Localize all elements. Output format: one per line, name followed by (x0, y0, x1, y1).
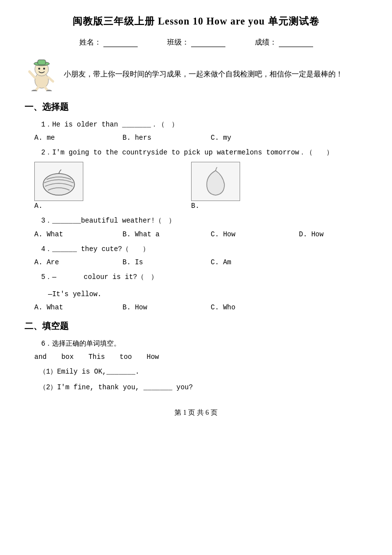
word-box: box (61, 353, 74, 361)
question-1: 1．He is older than _______．（ ） (34, 119, 368, 131)
question-2-images: A. B. (34, 162, 368, 210)
question-5-options: A. What B. How C. Who (34, 303, 368, 311)
intro-text: 小朋友，带上你一段时间的学习成果，一起来做个自我检测吧，相信你一定是最棒的！ (64, 68, 343, 81)
svg-line-7 (49, 77, 53, 81)
question-2: 2．I'm going to the countryside to pick u… (34, 147, 368, 159)
info-row: 姓名： 班级： 成绩： (24, 38, 368, 47)
page-title: 闽教版三年级上册 Lesson 10 How are you 单元测试卷 (24, 15, 368, 28)
subquestion-1: （1）Emily is OK,_______. (39, 366, 368, 378)
question-4: 4．______ they cute?（ ） (34, 243, 368, 255)
page-footer: 第 1 页 共 6 页 (24, 408, 368, 417)
question-6: 6．选择正确的单词填空。 (34, 338, 368, 350)
option-b-image: B. (191, 162, 240, 210)
option-a-image: A. (34, 162, 83, 210)
section1-title: 一、选择题 (24, 101, 368, 113)
svg-line-6 (29, 72, 35, 77)
word-and: and (34, 353, 47, 361)
svg-point-4 (38, 68, 40, 70)
section2-title: 二、填空题 (24, 320, 368, 332)
question-5-answer: —It's yellow. (34, 288, 368, 301)
question-4-options: A. Are B. Is C. Am (34, 258, 368, 266)
mascot-row: 小朋友，带上你一段时间的学习成果，一起来做个自我检测吧，相信你一定是最棒的！ (24, 57, 368, 91)
word-too: too (120, 353, 132, 361)
word-how: How (147, 353, 159, 361)
name-field: 姓名： (79, 38, 138, 47)
class-field: 班级： (167, 38, 225, 47)
svg-point-5 (43, 68, 45, 70)
word-this: This (88, 353, 105, 361)
question-3: 3．_______beautiful weather!（ ） (34, 215, 368, 227)
subquestion-2: （2）I'm fine, thank you, _______ you? (39, 381, 368, 394)
question-3-options: A. What B. What a C. How D. How (34, 230, 368, 238)
word-bank: and box This too How (34, 353, 368, 361)
mascot-icon (24, 57, 59, 91)
question-1-options: A. me B. hers C. my (34, 134, 368, 142)
score-field: 成绩： (255, 38, 313, 47)
question-5: 5．— colour is it?（ ） (34, 271, 368, 283)
svg-rect-3 (38, 60, 46, 65)
